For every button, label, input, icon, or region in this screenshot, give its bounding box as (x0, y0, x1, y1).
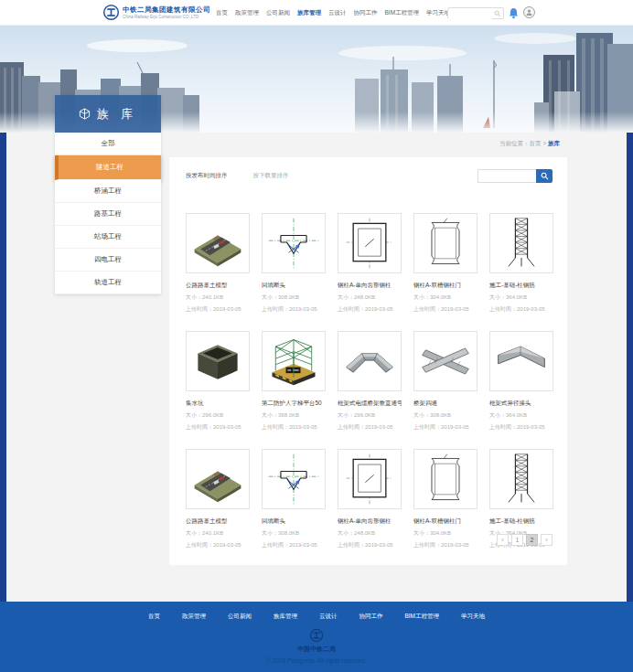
footer-copyright: © 2019 Patagonia. All rights reserved. (0, 657, 633, 664)
footer-link-home[interactable]: 首页 (148, 613, 160, 621)
breadcrumb-label: 当前位置： (499, 140, 530, 146)
family-title[interactable]: 回填断头 (262, 282, 326, 290)
family-card: 公路路基土模型 大小：240.1KB 上传时间：2019-03-05 (186, 449, 250, 549)
nav-item-home[interactable]: 首页 (216, 9, 228, 17)
nav-item-collaboration[interactable]: 协同工作 (354, 9, 378, 17)
family-title[interactable]: 公路路基土模型 (186, 282, 250, 290)
family-thumbnail[interactable] (186, 213, 250, 273)
pagination-prev-button[interactable]: ‹ (497, 534, 509, 546)
family-size: 大小：240.1KB (186, 293, 250, 302)
panel-search-input[interactable] (477, 169, 536, 183)
thumb-tray-cross-icon (415, 333, 476, 389)
family-title[interactable]: 桥架四通 (413, 400, 477, 408)
sidebar-item-track[interactable]: 轨道工程 (55, 272, 161, 294)
thumb-rebar-column-icon (491, 451, 552, 507)
family-thumbnail[interactable] (413, 213, 477, 273)
footer-link-news[interactable]: 公司新闻 (228, 613, 252, 621)
nav-item-bim-management[interactable]: BIM工程管理 (385, 9, 420, 17)
sidebar-title: 族 库 (97, 106, 138, 123)
family-thumbnail[interactable] (338, 331, 402, 391)
family-title[interactable]: 钢柱A-单向齿形钢柱 (338, 517, 402, 526)
family-card: 施工-基础-柱钢筋 大小：364.0KB 上传时间：2019-03-05 (489, 213, 553, 314)
footer-link-learning[interactable]: 学习天地 (461, 613, 485, 621)
footer-link-cloud-design[interactable]: 云设计 (319, 613, 338, 621)
sidebar-item-all[interactable]: 全部 (55, 133, 161, 155)
family-thumbnail[interactable] (338, 449, 402, 509)
thumb-steel-column-section-icon (339, 451, 400, 507)
family-thumbnail[interactable] (186, 449, 250, 509)
footer-link-policy[interactable]: 政策管理 (182, 613, 206, 621)
category-sidebar: 族 库 全部 隧道工程 桥涵工程 路基工程 站场工程 四电工程 轨道工程 (55, 95, 161, 294)
sidebar-item-bridge[interactable]: 桥涵工程 (55, 180, 161, 203)
family-title[interactable]: 钢柱A-双槽钢柱门 (413, 282, 477, 290)
notification-bell-icon[interactable] (509, 6, 519, 23)
footer-link-family-library[interactable]: 族库管理 (274, 613, 297, 621)
sidebar-item-station[interactable]: 站场工程 (55, 226, 161, 249)
family-thumbnail[interactable] (262, 449, 326, 509)
family-title[interactable]: 框架式电缆桥架垂直通弯通 (338, 400, 402, 408)
sidebar-item-electrical[interactable]: 四电工程 (55, 249, 161, 272)
panel-search-button[interactable] (536, 169, 553, 183)
thumb-sump-pit-icon (188, 333, 248, 389)
family-title[interactable]: 第二防护人字梯平台50 (262, 400, 326, 408)
company-logo[interactable]: 中铁二局集团建筑有限公司 China Railway Erju Construc… (102, 4, 210, 21)
family-thumbnail[interactable] (489, 213, 553, 273)
panel-search (477, 169, 553, 183)
thumb-reducer-joint-icon (491, 333, 552, 389)
family-title[interactable]: 集水坑 (186, 400, 250, 408)
thumb-terrain-model-icon (188, 215, 248, 272)
family-upload-time: 上传时间：2019-03-05 (262, 423, 326, 432)
sort-by-downloads-button[interactable]: 按下载量排序 (253, 172, 289, 180)
family-size: 大小：308.0KB (262, 293, 326, 302)
family-thumbnail[interactable] (186, 331, 250, 391)
nav-item-news[interactable]: 公司新闻 (266, 9, 290, 17)
nav-item-cloud-design[interactable]: 云设计 (328, 9, 347, 17)
footer-link-collaboration[interactable]: 协同工作 (359, 613, 382, 621)
thumb-scaffold-platform-icon (263, 333, 324, 389)
pagination-page-2[interactable]: 2 (526, 534, 538, 546)
search-icon[interactable] (494, 10, 501, 17)
search-icon (541, 172, 549, 180)
sidebar-item-subgrade[interactable]: 路基工程 (55, 203, 161, 226)
family-upload-time: 上传时间：2019-03-05 (413, 541, 477, 549)
family-title[interactable]: 钢柱A-单向齿形钢柱 (338, 282, 402, 290)
family-thumbnail[interactable] (413, 331, 477, 391)
family-thumbnail[interactable] (262, 331, 326, 391)
family-title[interactable]: 钢柱A-双槽钢柱门 (413, 517, 477, 526)
family-card: 回填断头 大小：308.0KB 上传时间：2019-03-05 (262, 213, 326, 314)
family-title[interactable]: 施工-基础-柱钢筋 (489, 517, 553, 526)
family-size: 大小：240.1KB (186, 529, 250, 538)
pagination-page-1[interactable]: 1 (511, 534, 523, 546)
family-card: 第二防护人字梯平台50 大小：368.0KB 上传时间：2019-03-05 (262, 331, 326, 432)
family-thumbnail[interactable] (489, 449, 553, 509)
breadcrumb-home-link[interactable]: 首页 (530, 140, 542, 146)
family-card: 钢柱A-单向齿形钢柱 大小：248.0KB 上传时间：2019-03-05 (338, 213, 402, 314)
family-size: 大小：364.0KB (489, 293, 553, 302)
family-card: 钢柱A-双槽钢柱门 大小：304.0KB 上传时间：2019-03-05 (413, 213, 477, 314)
family-size: 大小：308.0KB (262, 529, 326, 538)
sort-by-time-button[interactable]: 按发布时间排序 (186, 172, 228, 180)
family-upload-time: 上传时间：2019-03-05 (413, 305, 477, 314)
family-size: 大小：364.0KB (489, 411, 553, 420)
nav-item-family-library[interactable]: 族库管理 (297, 9, 321, 17)
thumb-section-drawing-icon (263, 215, 324, 272)
family-thumbnail[interactable] (338, 213, 402, 273)
header-search-input[interactable] (448, 15, 492, 25)
nav-item-policy[interactable]: 政策管理 (235, 9, 259, 17)
family-thumbnail[interactable] (489, 331, 553, 391)
family-title[interactable]: 框架式异径接头 (489, 400, 553, 408)
family-size: 大小：248.0KB (338, 529, 402, 538)
user-avatar-icon[interactable] (523, 6, 535, 18)
family-title[interactable]: 公路路基土模型 (186, 517, 250, 526)
family-card: 回填断头 大小：308.0KB 上传时间：2019-03-05 (262, 449, 326, 549)
footer-link-bim-management[interactable]: BIM工程管理 (404, 613, 439, 621)
sidebar-item-tunnel[interactable]: 隧道工程 (55, 155, 161, 180)
family-title[interactable]: 施工-基础-柱钢筋 (489, 282, 553, 290)
family-thumbnail[interactable] (262, 213, 326, 273)
family-title[interactable]: 回填断头 (262, 517, 326, 526)
pagination-next-button[interactable]: › (541, 534, 553, 546)
family-thumbnail[interactable] (413, 449, 477, 509)
cube-icon (79, 108, 91, 120)
sidebar-header: 族 库 (55, 95, 161, 133)
family-size: 大小：296.0KB (338, 411, 402, 420)
